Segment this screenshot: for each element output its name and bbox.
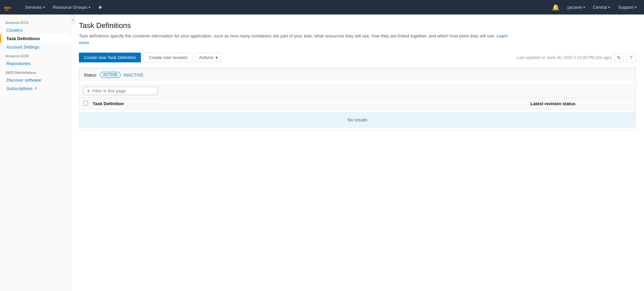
main-layout: Amazon ECS Clusters Task Definitions Acc… xyxy=(0,14,644,291)
table-header: Task Definition Latest revision status xyxy=(79,98,636,110)
sidebar-item-account-settings[interactable]: Account Settings xyxy=(0,43,70,51)
refresh-icon: ↻ xyxy=(617,55,621,60)
amazon-ecs-section-label: Amazon ECS xyxy=(0,18,70,26)
no-results-message: No results xyxy=(79,112,636,128)
actions-button[interactable]: Actions ▾ xyxy=(195,53,222,62)
sidebar: Amazon ECS Clusters Task Definitions Acc… xyxy=(0,14,71,291)
nav-bell-icon[interactable]: 🔔 xyxy=(549,0,563,14)
help-button[interactable]: ? xyxy=(626,53,636,62)
select-all-checkbox[interactable] xyxy=(83,101,88,106)
toolbar: Create new Task Definition Create new re… xyxy=(79,53,636,62)
filter-row: ▼ xyxy=(79,84,636,98)
create-revision-button[interactable]: Create new revision xyxy=(144,53,193,62)
sidebar-collapse-button[interactable]: ‹ xyxy=(70,14,75,25)
nav-favorites-icon[interactable]: ★ xyxy=(95,0,105,14)
filter-input-wrapper: ▼ xyxy=(83,87,157,95)
nav-right-section: 🔔 pycaret ▾ Central ▾ Support ▾ xyxy=(549,0,640,14)
status-label: Status: xyxy=(84,72,97,78)
page-title: Task Definitions xyxy=(79,21,636,30)
page-description: Task definitions specify the container i… xyxy=(79,33,517,46)
main-content: Task Definitions Task definitions specif… xyxy=(71,14,644,291)
task-definitions-table-container: Status: ACTIVE INACTIVE ▼ Task Definitio… xyxy=(79,68,636,130)
nav-region[interactable]: Central ▾ xyxy=(590,0,614,14)
refresh-button[interactable]: ↻ xyxy=(614,53,624,62)
sidebar-item-repositories[interactable]: Repositories xyxy=(0,59,70,68)
filter-icon: ▼ xyxy=(86,89,90,93)
aws-marketplace-section-label: AWS Marketplace xyxy=(0,68,70,76)
status-bar: Status: ACTIVE INACTIVE xyxy=(79,68,636,81)
toolbar-right: Last updated on June 30, 2020 5:13:49 PM… xyxy=(517,53,636,62)
services-chevron-icon: ▾ xyxy=(43,5,45,9)
nav-services[interactable]: Services ▾ xyxy=(22,0,48,14)
active-status-badge[interactable]: ACTIVE xyxy=(100,72,120,78)
resource-groups-chevron-icon: ▾ xyxy=(89,5,90,9)
user-chevron-icon: ▾ xyxy=(583,5,585,9)
sidebar-item-discover-software[interactable]: Discover software xyxy=(0,76,70,84)
amazon-ecr-section-label: Amazon ECR xyxy=(0,51,70,59)
header-checkbox-cell xyxy=(83,101,93,107)
nav-user[interactable]: pycaret ▾ xyxy=(564,0,588,14)
col-task-definition-header: Task Definition xyxy=(93,101,530,106)
actions-chevron-icon: ▾ xyxy=(215,55,218,60)
nav-resource-groups[interactable]: Resource Groups ▾ xyxy=(50,0,94,14)
support-chevron-icon: ▾ xyxy=(635,5,637,9)
top-navigation: aws Services ▾ Resource Groups ▾ ★ 🔔 pyc… xyxy=(0,0,644,14)
col-latest-revision-header: Latest revision status xyxy=(530,101,632,106)
aws-logo[interactable]: aws xyxy=(4,3,18,11)
create-task-definition-button[interactable]: Create new Task Definition xyxy=(79,53,141,62)
inactive-status-link[interactable]: INACTIVE xyxy=(123,72,144,78)
svg-text:aws: aws xyxy=(4,5,11,9)
nav-support[interactable]: Support ▾ xyxy=(615,0,640,14)
region-chevron-icon: ▾ xyxy=(608,5,610,9)
filter-input[interactable] xyxy=(92,88,154,93)
help-icon: ? xyxy=(630,55,633,60)
sidebar-item-clusters[interactable]: Clusters xyxy=(0,26,70,34)
last-updated-text: Last updated on June 30, 2020 5:13:49 PM… xyxy=(517,55,612,60)
sidebar-item-subscriptions[interactable]: Subscriptions ↗ xyxy=(0,84,42,93)
table-body: No results xyxy=(79,110,636,130)
external-link-icon: ↗ xyxy=(34,86,37,91)
sidebar-item-task-definitions[interactable]: Task Definitions xyxy=(0,34,70,43)
